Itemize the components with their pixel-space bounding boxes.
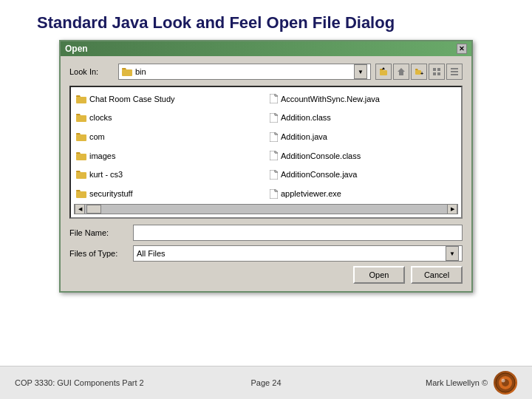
footer-left: COP 3330: GUI Components Part 2 [15,378,183,387]
svg-rect-7 [437,68,440,71]
file-icon [270,94,278,103]
list-item[interactable]: kurt - cs3 [74,166,265,184]
details-view-button[interactable] [446,64,463,80]
svg-rect-25 [76,172,86,179]
file-name-row: File Name: [69,225,463,241]
list-item[interactable]: Chat Room Case Study [74,90,265,108]
file-list-area: Chat Room Case Study AccountWithSync.New… [69,86,463,219]
svg-rect-16 [76,115,86,122]
dialog-window: Open ✕ Look In: bin ▼ [59,40,473,293]
svg-rect-10 [451,68,458,69]
buttons-row: Open Cancel [69,266,463,284]
home-button[interactable] [393,64,409,80]
folder-icon [76,189,86,198]
look-in-dropdown-arrow[interactable]: ▼ [354,64,367,79]
svg-marker-15 [275,94,278,96]
list-item[interactable]: securitystuff [74,185,265,202]
cancel-button[interactable]: Cancel [411,266,463,284]
folder-icon [76,95,86,103]
folder-name: clocks [89,113,112,122]
folder-name: securitystuff [89,189,133,198]
file-icon [270,189,278,199]
svg-rect-22 [76,154,86,160]
up-folder-button[interactable] [375,64,392,80]
svg-marker-18 [275,113,278,115]
file-icon [270,132,278,142]
list-item[interactable]: Addition.class [267,109,458,127]
list-view-button[interactable] [429,64,445,80]
slide-body: Open ✕ Look In: bin ▼ [0,40,532,366]
svg-rect-19 [76,134,86,141]
folder-icon [76,151,86,160]
files-of-type-select[interactable]: All Files ▼ [133,245,463,262]
file-name: AdditionConsole.class [281,151,361,160]
file-name: Addition.java [281,132,327,141]
list-item[interactable]: com [74,128,265,146]
folder-name: kurt - cs3 [89,170,123,179]
files-of-type-label: Files of Type: [69,249,129,258]
svg-marker-2 [382,67,385,69]
dialog-titlebar: Open ✕ [61,41,471,56]
file-name: AdditionConsole.java [281,170,357,179]
file-icon [270,151,278,160]
home-icon [397,67,406,76]
file-name: appletviewer.exe [281,189,341,198]
folder-icon [122,67,132,76]
svg-rect-12 [451,74,458,75]
svg-rect-8 [433,72,436,75]
horizontal-scrollbar[interactable]: ◀ ▶ [74,204,458,214]
file-name-input[interactable] [133,225,463,241]
details-view-icon [450,67,459,76]
folder-name: com [89,132,105,141]
list-view-icon [432,67,441,76]
footer-right-text: Mark Llewellyn © [426,378,488,387]
svg-marker-24 [275,151,278,153]
files-of-type-arrow[interactable]: ▼ [446,246,459,261]
new-folder-button[interactable]: + [411,64,427,80]
list-item[interactable]: clocks [74,109,265,127]
svg-rect-6 [433,68,436,71]
svg-marker-21 [275,132,278,134]
svg-point-34 [502,379,505,383]
file-list-inner: Chat Room Case Study AccountWithSync.New… [74,90,458,202]
new-folder-icon: + [415,67,423,76]
folder-icon [76,113,86,122]
dialog-close-button[interactable]: ✕ [457,44,467,54]
scrollbar-track[interactable] [85,205,447,214]
slide-footer: COP 3330: GUI Components Part 2 Page 24 … [0,366,532,399]
folder-name: images [89,151,115,160]
list-item[interactable]: AdditionConsole.class [267,147,458,165]
file-name-label: File Name: [69,228,129,237]
footer-logo [494,371,517,395]
svg-rect-9 [437,72,440,75]
open-button[interactable]: Open [353,266,405,284]
up-folder-icon [379,67,388,76]
slide-container: Standard Java Look and Feel Open File Di… [0,0,532,399]
scrollbar-right-button[interactable]: ▶ [447,204,457,214]
footer-center: Page 24 [183,378,350,387]
scrollbar-left-button[interactable]: ◀ [75,204,85,214]
look-in-value: bin [135,67,146,76]
dialog-title-text: Open [65,44,88,54]
list-item[interactable]: AccountWithSync.New.java [267,90,458,108]
list-item[interactable]: Addition.java [267,128,458,146]
look-in-combo[interactable]: bin ▼ [118,64,371,80]
look-in-label: Look In: [69,67,114,76]
file-icon [270,113,278,123]
svg-rect-11 [451,71,458,72]
svg-marker-3 [398,68,405,75]
folder-icon [76,170,86,179]
toolbar-icons: + [375,64,463,80]
files-of-type-row: Files of Type: All Files ▼ [69,245,463,262]
list-item[interactable]: AdditionConsole.java [267,166,458,184]
svg-marker-30 [275,189,278,191]
list-item[interactable]: appletviewer.exe [267,185,458,202]
list-item[interactable]: images [74,147,265,165]
file-name: Addition.class [281,113,331,122]
folder-name: Chat Room Case Study [89,95,175,103]
svg-rect-0 [122,69,132,76]
scrollbar-thumb[interactable] [86,205,101,214]
files-of-type-value: All Files [137,249,166,258]
folder-icon [76,132,86,141]
svg-text:+: + [420,71,423,76]
